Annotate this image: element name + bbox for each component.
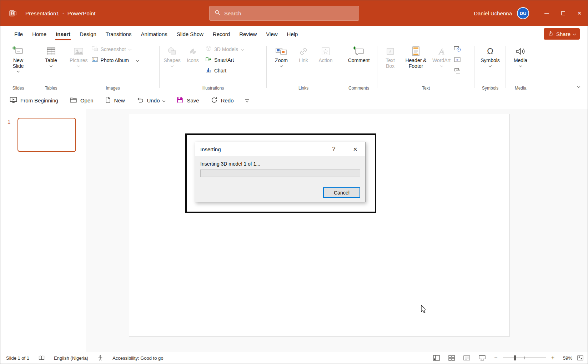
from-beginning-button[interactable]: From Beginning — [10, 97, 58, 105]
tab-animations[interactable]: Animations — [136, 26, 172, 42]
media-button[interactable]: Media — [510, 43, 531, 85]
chevron-down-icon — [50, 64, 52, 67]
icons-label: Icons — [187, 58, 198, 64]
chart-button[interactable]: Chart — [203, 66, 246, 75]
group-label-illustrations: Illustrations — [160, 86, 267, 91]
help-button[interactable]: ? — [329, 145, 338, 153]
zoom-icon — [275, 45, 287, 58]
date-time-button[interactable] — [452, 44, 463, 54]
tab-home[interactable]: Home — [27, 26, 51, 42]
minimize-button[interactable] — [538, 0, 555, 26]
user-name[interactable]: Daniel Uchenna — [474, 10, 512, 16]
screenshot-button[interactable]: Screenshot — [89, 45, 141, 54]
save-icon — [176, 96, 184, 105]
zoom-slider-handle[interactable] — [514, 355, 516, 360]
table-button[interactable]: Table — [41, 43, 61, 85]
slide-number: 1 — [7, 119, 10, 125]
normal-view-button[interactable] — [433, 355, 440, 361]
tab-transitions[interactable]: Transitions — [101, 26, 136, 42]
undo-button[interactable]: Undo — [136, 97, 165, 104]
slide-indicator: Slide 1 of 1 — [6, 355, 29, 361]
accessibility-icon[interactable] — [97, 355, 103, 361]
fit-slide-to-window-button[interactable] — [577, 355, 583, 361]
open-button[interactable]: Open — [70, 97, 94, 104]
avatar[interactable]: DU — [517, 7, 529, 19]
search-input[interactable] — [224, 10, 354, 16]
tab-review[interactable]: Review — [235, 26, 261, 42]
reading-view-button[interactable] — [463, 355, 470, 361]
link-button[interactable]: Link — [293, 43, 314, 85]
pictures-button[interactable]: Pictures — [68, 43, 89, 85]
cancel-button[interactable]: Cancel — [323, 187, 360, 198]
chevron-down-icon — [280, 64, 283, 67]
customize-toolbar-button[interactable] — [245, 99, 249, 102]
dialog-body: Inserting 3D model 1 of 1... Cancel — [195, 156, 365, 202]
chevron-down-icon — [162, 99, 165, 102]
tab-file[interactable]: File — [10, 26, 27, 42]
header-footer-button[interactable]: Header & Footer — [401, 43, 431, 85]
search-box[interactable] — [209, 6, 359, 21]
chevron-down-icon — [519, 64, 522, 67]
chevron-down-icon — [241, 47, 244, 50]
icons-button[interactable]: Icons — [182, 43, 203, 85]
svg-text:A: A — [389, 49, 392, 54]
shapes-button[interactable]: Shapes — [162, 43, 182, 85]
omega-symbol-icon: Ω — [487, 45, 493, 58]
zoom-label: Zoom — [275, 58, 288, 64]
slide-number-button[interactable]: # — [452, 55, 463, 65]
wordart-button[interactable]: A WordArt — [431, 43, 452, 85]
smartart-button[interactable]: SmartArt — [203, 55, 246, 64]
share-icon — [548, 31, 553, 37]
spellcheck-icon[interactable] — [39, 355, 45, 361]
tab-insert[interactable]: Insert — [51, 26, 75, 42]
zoom-button[interactable]: Zoom — [271, 43, 292, 85]
collapse-ribbon-chevron-icon[interactable] — [577, 85, 580, 88]
wordart-label: WordArt — [432, 58, 451, 64]
link-label: Link — [299, 58, 308, 64]
save-button[interactable]: Save — [176, 96, 199, 105]
share-label: Share — [556, 31, 571, 37]
ribbon-group-text: A Text Box Header & Footer A WordArt — [377, 42, 474, 92]
new-button[interactable]: New — [105, 96, 125, 105]
tab-help[interactable]: Help — [282, 26, 303, 42]
slide-show-view-button[interactable] — [479, 355, 486, 361]
slide-thumbnail[interactable] — [17, 118, 76, 152]
undo-icon — [136, 97, 144, 104]
comment-button[interactable]: Comment — [347, 43, 371, 85]
header-footer-icon — [411, 45, 421, 58]
maximize-button[interactable] — [555, 0, 571, 26]
text-box-button[interactable]: A Text Box — [380, 43, 401, 85]
redo-button[interactable]: Redo — [211, 96, 234, 105]
language-status[interactable]: English (Nigeria) — [54, 355, 88, 361]
tab-view[interactable]: View — [261, 26, 282, 42]
slide-sorter-view-button[interactable] — [448, 355, 455, 361]
action-button[interactable]: Action — [315, 43, 336, 85]
minimize-icon — [544, 13, 549, 14]
new-slide-button[interactable]: New Slide — [7, 43, 29, 85]
media-label: Media — [514, 58, 527, 64]
photo-album-button[interactable]: Photo Album — [89, 56, 141, 65]
share-button[interactable]: Share — [544, 28, 580, 40]
dialog-close-button[interactable]: × — [350, 146, 360, 153]
accessibility-status[interactable]: Accessibility: Good to go — [112, 355, 163, 361]
close-button[interactable]: × — [571, 0, 588, 26]
new-slide-label: New Slide — [9, 58, 27, 69]
symbols-button[interactable]: Ω Symbols — [479, 43, 501, 85]
tab-record[interactable]: Record — [208, 26, 235, 42]
zoom-level[interactable]: 59% — [559, 355, 572, 361]
zoom-slider[interactable] — [503, 355, 546, 360]
3d-models-button[interactable]: 3D Models — [203, 45, 246, 54]
zoom-out-button[interactable]: − — [494, 355, 497, 361]
object-button[interactable] — [452, 66, 463, 76]
tab-design[interactable]: Design — [75, 26, 101, 42]
zoom-in-button[interactable]: + — [551, 355, 554, 361]
chevron-down-icon — [245, 99, 248, 102]
chevron-down-icon — [573, 32, 576, 35]
slide-number-icon: # — [454, 56, 461, 64]
chart-label: Chart — [214, 68, 226, 74]
dialog-title-bar[interactable]: Inserting ? × — [195, 142, 365, 156]
chevron-down-icon — [440, 64, 443, 67]
chevron-down-icon — [171, 64, 174, 67]
svg-text:#: # — [456, 58, 458, 62]
tab-slide-show[interactable]: Slide Show — [172, 26, 208, 42]
